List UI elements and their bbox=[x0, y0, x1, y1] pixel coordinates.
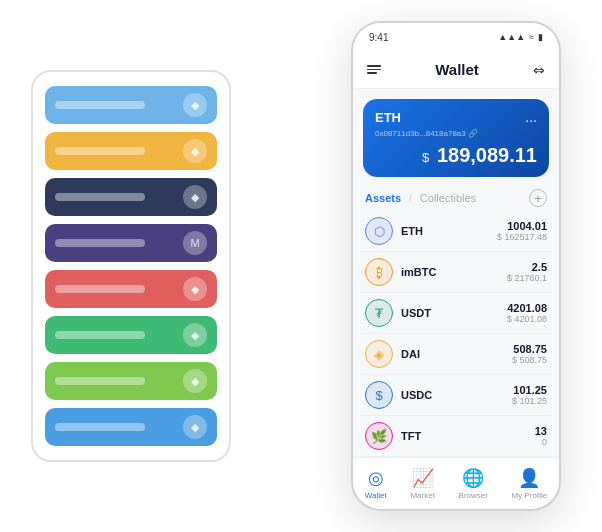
page-title: Wallet bbox=[435, 61, 479, 78]
card-icon: ◆ bbox=[183, 415, 207, 439]
expand-icon[interactable]: ⇔ bbox=[533, 62, 545, 78]
card-icon: M bbox=[183, 231, 207, 255]
scene: ◆◆◆M◆◆◆◆ 9:41 ▲▲▲ ≈ ▮ Wallet ⇔ ETH bbox=[11, 11, 591, 521]
card-item[interactable]: ◆ bbox=[45, 316, 217, 354]
asset-amount-secondary: $ 21760.1 bbox=[507, 273, 547, 283]
card-item[interactable]: ◆ bbox=[45, 132, 217, 170]
asset-amounts: 4201.08$ 4201.08 bbox=[507, 302, 547, 324]
asset-amount-secondary: 0 bbox=[535, 437, 547, 447]
asset-amounts: 101.25$ 101.25 bbox=[512, 384, 547, 406]
asset-amount-primary: 4201.08 bbox=[507, 302, 547, 314]
nav-icon: ◎ bbox=[368, 467, 384, 489]
asset-amount-primary: 13 bbox=[535, 425, 547, 437]
card-item[interactable]: M bbox=[45, 224, 217, 262]
add-asset-button[interactable]: + bbox=[529, 189, 547, 207]
asset-icon: ₮ bbox=[365, 299, 393, 327]
nav-icon: 👤 bbox=[518, 467, 540, 489]
asset-name: TFT bbox=[401, 430, 535, 442]
asset-icon: ₿ bbox=[365, 258, 393, 286]
asset-amount-primary: 508.75 bbox=[512, 343, 547, 355]
card-item[interactable]: ◆ bbox=[45, 178, 217, 216]
card-icon: ◆ bbox=[183, 93, 207, 117]
asset-amounts: 130 bbox=[535, 425, 547, 447]
card-item[interactable]: ◆ bbox=[45, 362, 217, 400]
wifi-icon: ≈ bbox=[529, 32, 534, 42]
card-icon: ◆ bbox=[183, 139, 207, 163]
asset-amount-secondary: $ 162517.48 bbox=[497, 232, 547, 242]
asset-icon: ⬡ bbox=[365, 217, 393, 245]
asset-list: ⬡ETH1004.01$ 162517.48₿imBTC2.5$ 21760.1… bbox=[353, 211, 559, 457]
asset-row[interactable]: $USDC101.25$ 101.25 bbox=[361, 375, 551, 416]
nav-label: Browser bbox=[459, 491, 488, 500]
asset-amount-primary: 101.25 bbox=[512, 384, 547, 396]
eth-card-label: ETH bbox=[375, 110, 401, 125]
asset-name: DAI bbox=[401, 348, 512, 360]
battery-icon: ▮ bbox=[538, 32, 543, 42]
signal-icon: ▲▲▲ bbox=[498, 32, 525, 42]
nav-label: Market bbox=[410, 491, 434, 500]
asset-name: imBTC bbox=[401, 266, 507, 278]
asset-amounts: 2.5$ 21760.1 bbox=[507, 261, 547, 283]
status-icons: ▲▲▲ ≈ ▮ bbox=[498, 32, 543, 42]
asset-icon: $ bbox=[365, 381, 393, 409]
phone-content: ETH ... 0x08711d3b...8418a78a3 🔗 $ 189,0… bbox=[353, 89, 559, 457]
eth-card-header: ETH ... bbox=[375, 109, 537, 125]
nav-icon: 📈 bbox=[412, 467, 434, 489]
asset-name: ETH bbox=[401, 225, 497, 237]
nav-item-wallet[interactable]: ◎Wallet bbox=[365, 467, 387, 500]
card-icon: ◆ bbox=[183, 185, 207, 209]
tab-collectibles[interactable]: Collectibles bbox=[420, 192, 476, 204]
status-time: 9:41 bbox=[369, 32, 388, 43]
nav-item-browser[interactable]: 🌐Browser bbox=[459, 467, 488, 500]
card-icon: ◆ bbox=[183, 323, 207, 347]
card-icon: ◆ bbox=[183, 369, 207, 393]
asset-name: USDC bbox=[401, 389, 512, 401]
asset-amount-secondary: $ 4201.08 bbox=[507, 314, 547, 324]
eth-balance: $ 189,089.11 bbox=[375, 144, 537, 167]
asset-amount-primary: 2.5 bbox=[507, 261, 547, 273]
eth-card-menu[interactable]: ... bbox=[525, 109, 537, 125]
asset-icon: ◈ bbox=[365, 340, 393, 368]
asset-amounts: 1004.01$ 162517.48 bbox=[497, 220, 547, 242]
card-item[interactable]: ◆ bbox=[45, 86, 217, 124]
tab-assets[interactable]: Assets bbox=[365, 192, 401, 204]
asset-amounts: 508.75$ 508.75 bbox=[512, 343, 547, 365]
status-bar: 9:41 ▲▲▲ ≈ ▮ bbox=[353, 23, 559, 51]
asset-amount-secondary: $ 101.25 bbox=[512, 396, 547, 406]
nav-item-market[interactable]: 📈Market bbox=[410, 467, 434, 500]
menu-icon[interactable] bbox=[367, 65, 381, 74]
nav-label: My Profile bbox=[512, 491, 548, 500]
phone-header: Wallet ⇔ bbox=[353, 51, 559, 89]
asset-row[interactable]: ₮USDT4201.08$ 4201.08 bbox=[361, 293, 551, 334]
card-item[interactable]: ◆ bbox=[45, 408, 217, 446]
asset-row[interactable]: 🌿TFT130 bbox=[361, 416, 551, 457]
nav-label: Wallet bbox=[365, 491, 387, 500]
bottom-nav: ◎Wallet📈Market🌐Browser👤My Profile bbox=[353, 457, 559, 509]
card-stack: ◆◆◆M◆◆◆◆ bbox=[31, 70, 231, 462]
eth-address: 0x08711d3b...8418a78a3 🔗 bbox=[375, 129, 537, 138]
assets-tabs: Assets / Collectibles bbox=[365, 192, 476, 204]
asset-name: USDT bbox=[401, 307, 507, 319]
asset-amount-secondary: $ 508.75 bbox=[512, 355, 547, 365]
card-icon: ◆ bbox=[183, 277, 207, 301]
asset-row[interactable]: ⬡ETH1004.01$ 162517.48 bbox=[361, 211, 551, 252]
card-item[interactable]: ◆ bbox=[45, 270, 217, 308]
asset-amount-primary: 1004.01 bbox=[497, 220, 547, 232]
nav-item-my-profile[interactable]: 👤My Profile bbox=[512, 467, 548, 500]
asset-row[interactable]: ₿imBTC2.5$ 21760.1 bbox=[361, 252, 551, 293]
assets-header: Assets / Collectibles + bbox=[353, 183, 559, 211]
phone-mockup: 9:41 ▲▲▲ ≈ ▮ Wallet ⇔ ETH ... bbox=[351, 21, 561, 511]
eth-card[interactable]: ETH ... 0x08711d3b...8418a78a3 🔗 $ 189,0… bbox=[363, 99, 549, 177]
nav-icon: 🌐 bbox=[462, 467, 484, 489]
asset-icon: 🌿 bbox=[365, 422, 393, 450]
asset-row[interactable]: ◈DAI508.75$ 508.75 bbox=[361, 334, 551, 375]
